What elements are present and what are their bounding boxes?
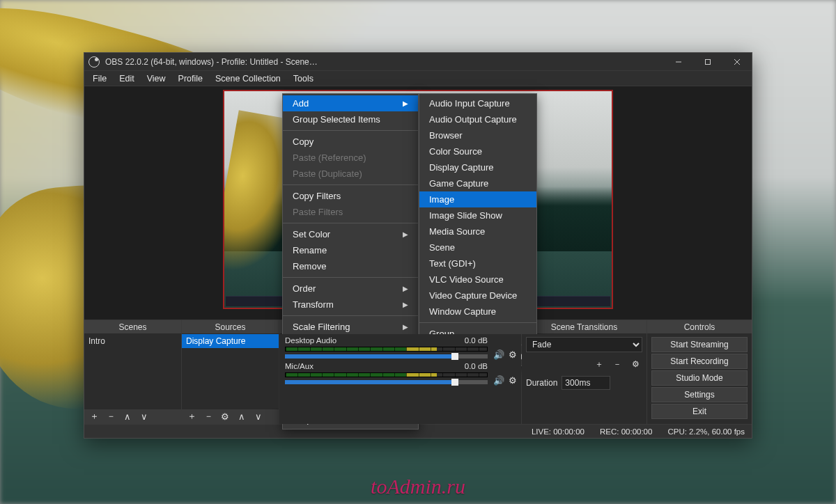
source-move-up-button[interactable]: ∧	[235, 411, 249, 423]
add-audio-input-capture[interactable]: Audio Input Capture	[419, 95, 536, 111]
watermark: toAdmin.ru	[371, 475, 465, 498]
mixer-channel-name: Desktop Audio	[285, 336, 336, 345]
ctx-copy-filters[interactable]: Copy Filters	[283, 188, 418, 204]
menu-profile[interactable]: Profile	[173, 72, 208, 85]
ctx-order[interactable]: Order▶	[283, 281, 418, 297]
add-image[interactable]: Image	[419, 191, 536, 207]
channel-settings-button[interactable]: ⚙	[509, 349, 517, 360]
mixer-channel-level: 0.0 dB	[465, 362, 488, 370]
mixer-channel-mic: Mic/Aux 0.0 dB 🔊 ⚙	[279, 360, 521, 386]
settings-button[interactable]: Settings	[651, 387, 748, 402]
add-source-submenu: Audio Input Capture Audio Output Capture…	[419, 93, 537, 366]
mixer-channel-name: Mic/Aux	[285, 362, 314, 370]
menu-scene-collection[interactable]: Scene Collection	[210, 72, 286, 85]
scene-item[interactable]: Intro	[84, 334, 181, 348]
ctx-group-selected[interactable]: Group Selected Items	[283, 111, 418, 127]
maximize-button[interactable]	[693, 53, 722, 71]
add-game-capture[interactable]: Game Capture	[419, 175, 536, 191]
menubar: File Edit View Profile Scene Collection …	[84, 71, 752, 86]
obs-window: OBS 22.0.2 (64-bit, windows) - Profile: …	[84, 52, 752, 439]
ctx-transform[interactable]: Transform▶	[283, 297, 418, 313]
audio-meter	[285, 347, 488, 352]
ctx-rename[interactable]: Rename	[283, 242, 418, 258]
add-media-source[interactable]: Media Source	[419, 223, 536, 239]
transition-select[interactable]: Fade	[526, 337, 642, 352]
menu-view[interactable]: View	[141, 72, 171, 85]
exit-button[interactable]: Exit	[651, 404, 748, 419]
controls-panel: Controls Start Streaming Start Recording…	[647, 320, 752, 424]
scenes-header: Scenes	[84, 320, 181, 334]
source-remove-button[interactable]: －	[201, 411, 215, 423]
mixer-channel-desktop: Desktop Audio 0.0 dB 🔊 ⚙	[279, 334, 521, 360]
transitions-header: Scene Transitions	[522, 320, 647, 334]
audio-meter	[285, 372, 488, 377]
window-title: OBS 22.0.2 (64-bit, windows) - Profile: …	[105, 57, 318, 67]
add-text-gdi[interactable]: Text (GDI+)	[419, 255, 536, 271]
start-recording-button[interactable]: Start Recording	[651, 354, 748, 369]
transition-settings-button[interactable]: ⚙	[628, 358, 642, 370]
gear-icon: ⚙	[221, 411, 229, 422]
ctx-copy[interactable]: Copy	[283, 134, 418, 150]
add-color-source[interactable]: Color Source	[419, 143, 536, 159]
start-streaming-button[interactable]: Start Streaming	[651, 337, 748, 352]
add-image-slide-show[interactable]: Image Slide Show	[419, 207, 536, 223]
studio-mode-button[interactable]: Studio Mode	[651, 370, 748, 386]
add-window-capture[interactable]: Window Capture	[419, 304, 536, 320]
sources-header: Sources	[182, 320, 279, 334]
scenes-list[interactable]: Intro	[84, 334, 181, 409]
mute-button[interactable]: 🔊	[493, 349, 504, 360]
sources-list[interactable]: Display Capture	[182, 334, 279, 409]
volume-slider[interactable]	[285, 354, 488, 359]
ctx-scale-filtering[interactable]: Scale Filtering▶	[283, 319, 418, 335]
mixer-channel-level: 0.0 dB	[465, 336, 488, 345]
scenes-panel: Scenes Intro ＋ － ∧ ∨	[84, 320, 182, 424]
source-move-down-button[interactable]: ∨	[251, 411, 265, 423]
source-item[interactable]: Display Capture	[182, 334, 279, 348]
scene-move-down-button[interactable]: ∨	[137, 411, 151, 423]
ctx-paste-reference: Paste (Reference)	[283, 150, 418, 166]
svg-rect-1	[706, 59, 711, 64]
scene-move-up-button[interactable]: ∧	[121, 411, 134, 423]
dock: Scenes Intro ＋ － ∧ ∨ Sources Display Cap…	[84, 320, 752, 424]
menu-tools[interactable]: Tools	[288, 72, 319, 85]
transition-remove-button[interactable]: －	[610, 358, 624, 370]
add-video-capture-device[interactable]: Video Capture Device	[419, 288, 536, 304]
status-rec: REC: 00:00:00	[600, 427, 652, 436]
transition-add-button[interactable]: ＋	[592, 358, 606, 370]
preview-area[interactable]: Add▶ Group Selected Items Copy Paste (Re…	[84, 86, 752, 320]
menu-file[interactable]: File	[87, 72, 112, 85]
ctx-paste-duplicate: Paste (Duplicate)	[283, 166, 418, 182]
mixer-panel: Mixer Desktop Audio 0.0 dB 🔊 ⚙	[279, 320, 522, 424]
add-scene[interactable]: Scene	[419, 239, 536, 255]
mute-button[interactable]: 🔊	[493, 375, 504, 386]
add-browser[interactable]: Browser	[419, 127, 536, 143]
menu-edit[interactable]: Edit	[114, 72, 140, 85]
close-button[interactable]	[722, 53, 752, 71]
duration-input[interactable]	[562, 376, 610, 390]
add-display-capture[interactable]: Display Capture	[419, 159, 536, 175]
controls-header: Controls	[647, 320, 752, 334]
status-cpu: CPU: 2.2%, 60.00 fps	[667, 427, 745, 436]
ctx-add[interactable]: Add▶	[283, 95, 418, 111]
ctx-remove[interactable]: Remove	[283, 258, 418, 274]
volume-slider[interactable]	[285, 380, 488, 384]
scene-add-button[interactable]: ＋	[87, 411, 101, 423]
ctx-set-color[interactable]: Set Color▶	[283, 226, 418, 242]
obs-logo-icon	[88, 56, 100, 68]
channel-settings-button[interactable]: ⚙	[509, 375, 517, 386]
scene-remove-button[interactable]: －	[104, 411, 118, 423]
sources-panel: Sources Display Capture ＋ － ⚙ ∧ ∨	[182, 320, 279, 424]
titlebar: OBS 22.0.2 (64-bit, windows) - Profile: …	[84, 53, 752, 71]
duration-label: Duration	[526, 378, 557, 388]
source-add-button[interactable]: ＋	[185, 411, 199, 423]
ctx-paste-filters: Paste Filters	[283, 204, 418, 220]
minimize-button[interactable]	[664, 53, 693, 71]
add-audio-output-capture[interactable]: Audio Output Capture	[419, 111, 536, 127]
source-settings-button[interactable]: ⚙	[218, 411, 232, 423]
add-vlc-video-source[interactable]: VLC Video Source	[419, 271, 536, 288]
status-live: LIVE: 00:00:00	[532, 427, 585, 436]
transitions-panel: Scene Transitions Fade ＋ － ⚙ Duration	[522, 320, 647, 424]
